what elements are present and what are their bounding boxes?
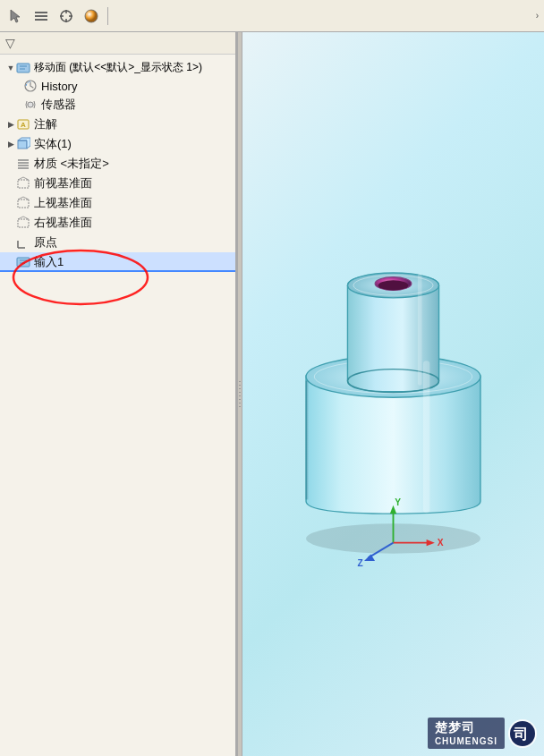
solid-expand-arrow[interactable]: ▶	[5, 139, 16, 149]
svg-point-41	[378, 280, 408, 290]
input1-label: 输入1	[34, 254, 64, 270]
3d-viewport[interactable]: Y X Z 楚梦司 CHUMENGSI 司	[242, 32, 544, 756]
tree-item-sensor[interactable]: 传感器	[0, 95, 235, 115]
svg-text:X: X	[438, 538, 444, 548]
annotation-expand-arrow[interactable]: ▶	[5, 119, 16, 130]
history-label: History	[41, 80, 77, 93]
svg-rect-24	[18, 200, 29, 208]
filter-bar: ▽	[0, 32, 235, 55]
watermark-logo: 司	[508, 719, 537, 748]
origin-label: 原点	[34, 234, 57, 251]
input1-icon	[16, 255, 30, 269]
right-plane-icon	[16, 216, 30, 230]
svg-text:Y: Y	[395, 497, 401, 506]
sensor-label: 传感器	[41, 97, 76, 113]
filter-icon[interactable]: ▽	[5, 36, 15, 50]
origin-icon	[16, 235, 30, 250]
svg-rect-0	[35, 12, 47, 13]
material-icon[interactable]	[81, 5, 102, 27]
svg-rect-16	[18, 140, 27, 149]
toolbar-separator	[107, 7, 108, 25]
selection-underline	[0, 270, 235, 272]
root-label: 移动面 (默认<<默认>_显示状态 1>)	[34, 60, 202, 75]
align-icon[interactable]	[30, 5, 52, 27]
sensor-icon	[23, 98, 38, 112]
root-icon	[16, 61, 30, 75]
tree-item-material[interactable]: 材质 <未指定>	[0, 154, 235, 174]
svg-rect-21	[18, 180, 29, 188]
tree-item-solid[interactable]: ▶ 实体(1)	[0, 134, 235, 154]
tree-item-origin[interactable]: 原点	[0, 233, 235, 252]
watermark-text: 楚梦司 CHUMENGSI	[428, 718, 505, 749]
svg-text:A: A	[21, 121, 26, 129]
svg-text:司: 司	[514, 726, 528, 742]
crosshair-icon[interactable]	[55, 5, 77, 27]
svg-rect-2	[35, 19, 47, 21]
solid-label: 实体(1)	[34, 136, 72, 152]
left-panel: ▽ ▼ 移动面 (默认<<默认>_显示状态 1>)	[0, 32, 237, 756]
svg-rect-9	[17, 64, 30, 72]
tree-item-right-plane[interactable]: 右视基准面	[0, 213, 235, 233]
tree-root-item[interactable]: ▼ 移动面 (默认<<默认>_显示状态 1>)	[0, 58, 235, 77]
annotation-icon: A	[16, 117, 30, 132]
svg-rect-1	[35, 15, 47, 17]
toolbar-expand-arrow[interactable]: ›	[536, 11, 539, 21]
right-plane-label: 右视基准面	[34, 215, 92, 231]
toolbar: ›	[0, 0, 544, 32]
front-plane-icon	[16, 176, 30, 191]
watermark: 楚梦司 CHUMENGSI 司	[428, 718, 537, 749]
model-container: Y X Z	[260, 68, 526, 684]
tree-area[interactable]: ▼ 移动面 (默认<<默认>_显示状态 1>)	[0, 55, 235, 756]
svg-rect-27	[18, 219, 29, 227]
solid-icon	[16, 137, 30, 151]
material-tree-icon	[16, 157, 30, 171]
top-plane-icon	[16, 196, 30, 210]
tree-item-annotation[interactable]: ▶ A 注解	[0, 115, 235, 134]
top-plane-label: 上视基准面	[34, 195, 92, 211]
svg-point-13	[28, 102, 33, 107]
annotation-label: 注解	[34, 116, 57, 132]
root-expand-arrow[interactable]: ▼	[5, 63, 16, 73]
svg-rect-32	[17, 258, 30, 267]
3d-model-svg: Y X Z	[260, 162, 526, 591]
tree-item-front-plane[interactable]: 前视基准面	[0, 174, 235, 193]
tree-item-input1[interactable]: 输入1	[0, 252, 235, 272]
tree-item-top-plane[interactable]: 上视基准面	[0, 193, 235, 213]
front-plane-label: 前视基准面	[34, 175, 92, 191]
select-icon[interactable]	[5, 5, 27, 27]
main-area: ▽ ▼ 移动面 (默认<<默认>_显示状态 1>)	[0, 32, 544, 756]
tree-item-history[interactable]: History	[0, 77, 235, 95]
svg-point-8	[85, 10, 98, 22]
history-icon	[23, 79, 38, 93]
svg-text:Z: Z	[358, 557, 363, 567]
material-label: 材质 <未指定>	[34, 156, 109, 172]
